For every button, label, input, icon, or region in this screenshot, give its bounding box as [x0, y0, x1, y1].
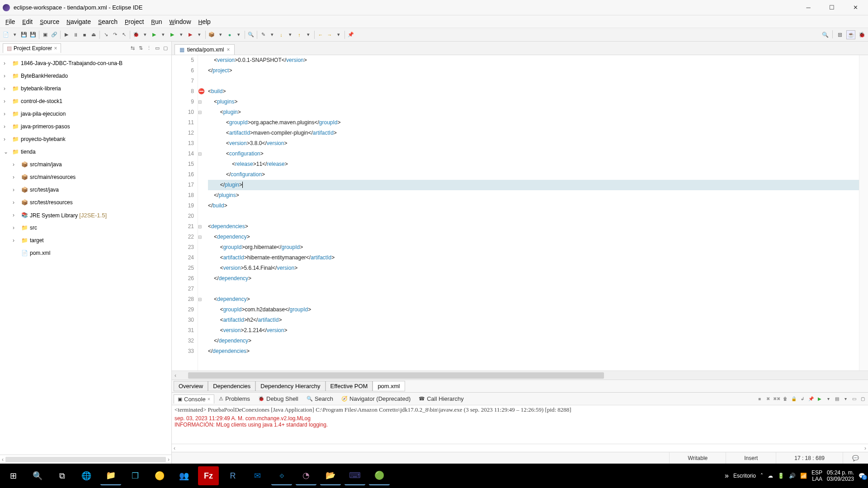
search-icon[interactable]: 🔍 [247, 31, 255, 39]
pom-tab-effective-pom[interactable]: Effective POM [326, 381, 373, 391]
filter-icon[interactable]: ⋮ [146, 45, 152, 52]
disconnect-icon[interactable]: ⏏ [90, 31, 98, 39]
project-bytebank-libreria[interactable]: 📁bytebank-libreria [0, 82, 171, 95]
view-tab-navigator-deprecated-[interactable]: 🧭Navigator (Deprecated) [338, 394, 414, 403]
tree-pom-xml[interactable]: 📄pom.xml [0, 247, 171, 259]
battery-icon[interactable]: 🔋 [778, 473, 784, 479]
chrome-icon[interactable]: 🟡 [149, 466, 170, 485]
menu-edit[interactable]: Edit [19, 17, 36, 26]
terminal-icon[interactable]: ▣ [41, 31, 49, 39]
tree-src-test-java[interactable]: 📦src/test/java [0, 183, 171, 196]
remove-all-icon[interactable]: ✖✖ [773, 395, 780, 403]
suspend-icon[interactable]: ⏸ [71, 31, 80, 39]
menu-window[interactable]: Window [166, 17, 195, 26]
view-menu-icon[interactable]: ▭ [154, 45, 160, 52]
console-output[interactable]: sep. 03, 2023 11:29:49 A. M. com.mchange… [172, 414, 868, 444]
dropdown-icon[interactable]: ▾ [235, 31, 243, 39]
close-icon[interactable]: × [54, 45, 57, 52]
project-1846-java-y-jdbc-trabajando-con-una-b[interactable]: 📁1846-Java-y-JDBC-Trabajando-con-una-B [0, 57, 171, 70]
view-tab-debug-shell[interactable]: 🐞Debug Shell [255, 394, 302, 403]
open-perspective-icon[interactable]: ⊞ [835, 30, 844, 39]
maximize-icon[interactable]: ▢ [859, 395, 866, 403]
search-icon[interactable]: 🔍 [27, 466, 48, 485]
editor-hscroll[interactable]: ‹ [172, 371, 868, 380]
view-tab-problems[interactable]: ⚠Problems [215, 394, 254, 403]
minimize-view-icon[interactable]: ▢ [162, 45, 169, 52]
save-icon[interactable]: 💾 [20, 31, 28, 39]
taskbar-desktop-label[interactable]: Escritorio [733, 473, 756, 479]
open-console-icon[interactable]: ▤ [833, 395, 840, 403]
dropdown-icon[interactable]: ▾ [217, 31, 225, 39]
volume-icon[interactable]: 🔊 [789, 473, 796, 479]
explorer-hscroll[interactable]: ‹ › [0, 455, 171, 464]
onedrive-icon[interactable]: ☁ [768, 473, 773, 479]
dropdown-icon[interactable]: ▾ [304, 31, 312, 39]
dropdown-icon[interactable]: ▾ [335, 31, 343, 39]
code-area[interactable]: <version>0.0.1-SNAPSHOT</version></proje… [206, 55, 859, 371]
step-into-icon[interactable]: ↘ [102, 31, 110, 39]
back-icon[interactable]: ← [316, 31, 325, 39]
terminal-icon[interactable]: ⌨ [344, 466, 365, 485]
view-tab-console[interactable]: ▣Console × [174, 394, 214, 404]
new-class-icon[interactable]: ● [226, 31, 234, 39]
outlook-icon[interactable]: ✉ [247, 466, 268, 485]
menu-help[interactable]: Help [195, 17, 214, 26]
teams-icon[interactable]: 👥 [174, 466, 194, 485]
prev-annotation-icon[interactable]: ↑ [295, 31, 303, 39]
console-hscroll[interactable]: ‹ › [172, 444, 868, 452]
hscroll-thumb[interactable] [188, 372, 604, 379]
vscode-icon[interactable]: ⟐ [271, 466, 292, 485]
project-explorer-tab[interactable]: ▤ Project Explorer × [3, 43, 61, 53]
view-tab-call-hierarchy[interactable]: ☎Call Hierarchy [415, 394, 467, 403]
eclipse-taskbar-icon[interactable]: ◔ [296, 466, 316, 485]
rstudio-icon[interactable]: R [222, 466, 243, 485]
overview-ruler[interactable] [859, 55, 868, 371]
scroll-left-icon[interactable]: ‹ [172, 372, 179, 379]
minimize-icon[interactable]: ▭ [850, 395, 858, 403]
java-perspective-icon[interactable]: ☕ [846, 30, 855, 39]
new-package-icon[interactable]: 📦 [208, 31, 216, 39]
remove-launch-icon[interactable]: ✖ [764, 395, 772, 403]
project-java-pila-ejecucion[interactable]: 📁java-pila-ejecucion [0, 108, 171, 120]
resume-icon[interactable]: ▶ [62, 31, 71, 39]
explorer-icon[interactable]: 📁 [100, 466, 121, 485]
dropdown-icon[interactable]: ▾ [177, 31, 185, 39]
project-control-de-stock1[interactable]: 📁control-de-stock1 [0, 95, 171, 108]
dropdown-icon[interactable]: ▾ [11, 31, 19, 39]
clear-console-icon[interactable]: 🗑 [782, 395, 789, 403]
maximize-button[interactable]: ☐ [826, 3, 838, 12]
debug-icon[interactable]: 🐞 [132, 31, 140, 39]
tree-src-test-resources[interactable]: 📦src/test/resources [0, 196, 171, 209]
dropdown-icon[interactable]: ▾ [825, 395, 832, 403]
pin-icon[interactable]: 📌 [347, 31, 355, 39]
menu-run[interactable]: Run [147, 17, 165, 26]
dropdown-icon[interactable]: ▾ [842, 395, 849, 403]
taskbar-clock[interactable]: 05:24 p. m. 03/09/2023 [827, 469, 854, 482]
collapse-all-icon[interactable]: ⇆ [129, 45, 136, 52]
view-tab-search[interactable]: 🔍Search [303, 394, 337, 403]
minimize-button[interactable]: ─ [802, 3, 815, 12]
wifi-icon[interactable]: 📶 [800, 473, 807, 479]
toggle-mark-icon[interactable]: ✎ [259, 31, 267, 39]
pom-tab-overview[interactable]: Overview [174, 381, 208, 391]
menu-search[interactable]: Search [94, 17, 121, 26]
display-console-icon[interactable]: ▶ [816, 395, 823, 403]
pom-tab-dependencies[interactable]: Dependencies [208, 381, 255, 391]
save-all-icon[interactable]: 💾 [29, 31, 37, 39]
close-icon[interactable]: × [226, 47, 230, 53]
start-button[interactable]: ⊞ [3, 466, 24, 485]
run-icon[interactable]: ▶ [150, 31, 158, 39]
forward-icon[interactable]: → [326, 31, 334, 39]
debug-perspective-icon[interactable]: 🐞 [857, 30, 866, 39]
tree-src-main-java[interactable]: 📦src/main/java [0, 158, 171, 171]
edge-icon[interactable]: 🌐 [76, 466, 97, 485]
editor-tab-pom[interactable]: ▦ tienda/pom.xml × [175, 44, 235, 55]
quick-access-icon[interactable]: 🔍 [821, 30, 830, 39]
project-proyecto-bytebank[interactable]: 📁proyecto-bytebank [0, 133, 171, 145]
scroll-lock-icon[interactable]: 🔒 [790, 395, 797, 403]
menu-source[interactable]: Source [36, 17, 63, 26]
taskbar-overflow-icon[interactable]: » [725, 472, 729, 480]
status-notification-icon[interactable]: 💬 [843, 452, 868, 464]
file-explorer-icon[interactable]: 📂 [320, 466, 341, 485]
project-tienda[interactable]: 📁tienda [0, 145, 171, 158]
